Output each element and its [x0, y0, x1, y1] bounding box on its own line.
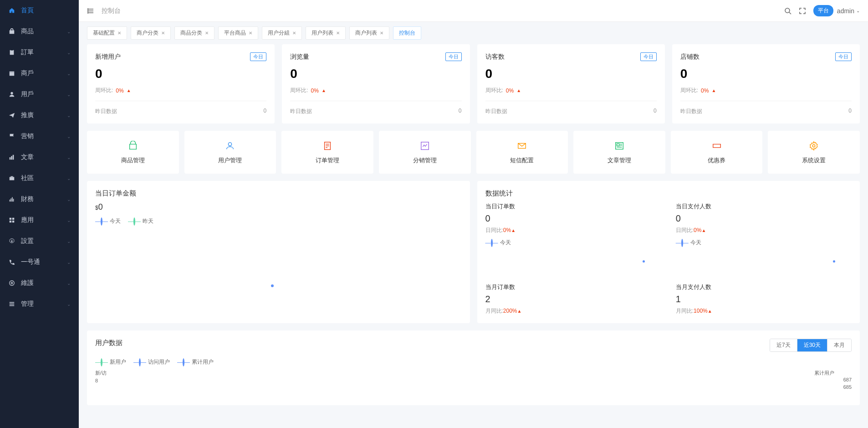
ds-compare: 月同比:100%▲ [676, 307, 852, 315]
quick-link[interactable]: 商品管理 [87, 131, 179, 174]
svg-point-20 [11, 282, 13, 284]
tab[interactable]: 商户分类✕ [131, 26, 171, 40]
stat-badge: 今日 [835, 52, 852, 61]
sidebar-item-paper-plane[interactable]: 推廣⌄ [0, 105, 79, 126]
stat-title: 浏览量 [290, 53, 309, 61]
stat-footer: 昨日数据0 [95, 101, 266, 115]
quick-link[interactable]: 用户管理 [184, 131, 276, 174]
sidebar: 首頁商品⌄訂單⌄商戶⌄用戶⌄推廣⌄营销⌄文章⌄社區⌄財務⌄應用⌄設置⌄一号通⌄維… [0, 0, 79, 428]
chevron-down-icon: ⌄ [67, 239, 71, 244]
amount-value: 0 [98, 202, 103, 211]
tab[interactable]: 用户列表✕ [306, 26, 346, 40]
sidebar-item-label: 維護 [21, 279, 34, 287]
sidebar-item-stats[interactable]: 財務⌄ [0, 189, 79, 210]
tab-label: 商户分类 [137, 29, 158, 37]
arrow-up-icon: ▲ [127, 88, 131, 93]
svg-rect-8 [10, 177, 15, 180]
sidebar-item-bar-chart[interactable]: 文章⌄ [0, 147, 79, 168]
quick-link-row: 商品管理用户管理订单管理分销管理短信配置文章管理优惠券系统设置 [87, 131, 860, 174]
quick-link[interactable]: 文章管理 [573, 131, 665, 174]
arrow-up-icon: ▲ [711, 88, 716, 93]
legend-dot-icon [681, 239, 683, 247]
user-data-panel: 用户数据 近7天近30天本月 —— 新用户—— 访问用户—— 累计用户 新/访 … [87, 330, 860, 405]
stat-row: 新增用户 今日 0 周环比:0%▲ 昨日数据0 浏览量 今日 0 周环比:0%▲… [87, 44, 860, 124]
legend-label: 累计用户 [192, 358, 214, 366]
legend-item: —— 累计用户 [177, 358, 214, 366]
home-icon [8, 7, 15, 14]
main: 控制台 平台 admin ⌄ 基础配置✕商户分类✕商品分类✕平台商品✕用户分組✕… [79, 0, 868, 428]
close-icon[interactable]: ✕ [336, 31, 340, 36]
stat-value: 0 [680, 67, 852, 81]
chevron-down-icon: ⌄ [67, 50, 71, 55]
quick-link-label: 用户管理 [188, 156, 273, 165]
list-icon [8, 300, 15, 308]
platform-badge[interactable]: 平台 [813, 5, 833, 16]
tab-label: 控制台 [399, 29, 415, 37]
tab[interactable]: 平台商品✕ [218, 26, 258, 40]
menu-toggle-icon[interactable] [87, 7, 94, 15]
tab-label: 商品分类 [180, 29, 202, 37]
sidebar-item-grid[interactable]: 應用⌄ [0, 210, 79, 231]
chevron-down-icon: ⌄ [67, 197, 71, 202]
user-icon [8, 91, 15, 98]
time-range-tabs: 近7天近30天本月 [770, 339, 852, 352]
chevron-down-icon: ⌄ [67, 218, 71, 223]
sidebar-item-clipboard[interactable]: 訂單⌄ [0, 42, 79, 63]
stat-compare: 周环比:0%▲ [290, 87, 461, 101]
close-icon[interactable]: ✕ [292, 31, 296, 36]
legend-label: 新用户 [110, 358, 126, 366]
tab-label: 基础配置 [93, 29, 115, 37]
ds-legend: —— 今天 [485, 239, 661, 247]
legend-item: —— 今天 [95, 217, 121, 225]
tab[interactable]: 用户分組✕ [262, 26, 302, 40]
chevron-down-icon: ⌄ [67, 302, 71, 307]
legend-dot-icon [139, 358, 141, 366]
legend-item: —— 新用户 [95, 358, 126, 366]
sidebar-item-home[interactable]: 首頁 [0, 0, 79, 21]
tab-label: 商户列表 [355, 29, 377, 37]
time-tab[interactable]: 近7天 [770, 339, 797, 351]
close-icon[interactable]: ✕ [161, 31, 165, 36]
ds-label: 当月订单数 [485, 283, 661, 291]
grid-icon [8, 217, 15, 224]
legend-dot-icon [101, 217, 102, 226]
tab[interactable]: 基础配置✕ [87, 26, 127, 40]
close-icon[interactable]: ✕ [249, 31, 252, 36]
bag-icon [91, 140, 175, 152]
time-tab[interactable]: 本月 [827, 339, 851, 351]
user-menu[interactable]: admin ⌄ [837, 7, 860, 15]
chevron-down-icon: ⌄ [67, 176, 71, 181]
time-tab[interactable]: 近30天 [797, 339, 827, 351]
fullscreen-icon[interactable] [799, 7, 806, 15]
sidebar-item-phone[interactable]: 一号通⌄ [0, 252, 79, 273]
sidebar-item-briefcase[interactable]: 社區⌄ [0, 168, 79, 189]
sidebar-item-store[interactable]: 商戶⌄ [0, 63, 79, 84]
sidebar-item-gear[interactable]: 設置⌄ [0, 231, 79, 252]
tab[interactable]: 商户列表✕ [349, 26, 389, 40]
sidebar-item-user[interactable]: 用戶⌄ [0, 84, 79, 105]
quick-link-label: 订单管理 [285, 156, 370, 165]
close-icon[interactable]: ✕ [380, 31, 383, 36]
quick-link[interactable]: 分销管理 [379, 131, 471, 174]
search-icon[interactable] [784, 7, 791, 15]
quick-link[interactable]: 短信配置 [476, 131, 568, 174]
axis-label-left: 新/访 [95, 370, 107, 376]
svg-rect-23 [10, 305, 15, 306]
tab[interactable]: 商品分类✕ [174, 26, 214, 40]
close-icon[interactable]: ✕ [117, 31, 121, 36]
sidebar-item-flag[interactable]: 营销⌄ [0, 126, 79, 147]
quick-link[interactable]: 优惠券 [671, 131, 763, 174]
svg-rect-21 [10, 302, 15, 303]
stat-value: 0 [95, 67, 266, 81]
chevron-down-icon: ⌄ [856, 8, 860, 13]
close-icon[interactable]: ✕ [205, 31, 209, 36]
sidebar-item-lifebuoy[interactable]: 維護⌄ [0, 273, 79, 294]
svg-rect-15 [12, 218, 14, 220]
quick-link[interactable]: 订单管理 [281, 131, 373, 174]
tab[interactable]: 控制台 [393, 26, 421, 40]
sidebar-item-bag[interactable]: 商品⌄ [0, 21, 79, 42]
quick-link[interactable]: 系统设置 [768, 131, 860, 174]
data-stat-item: 当日支付人数 0 日同比:0%▲ —— 今天 [676, 202, 852, 272]
sidebar-item-list[interactable]: 管理⌄ [0, 294, 79, 315]
tab-label: 用户分組 [268, 29, 290, 37]
